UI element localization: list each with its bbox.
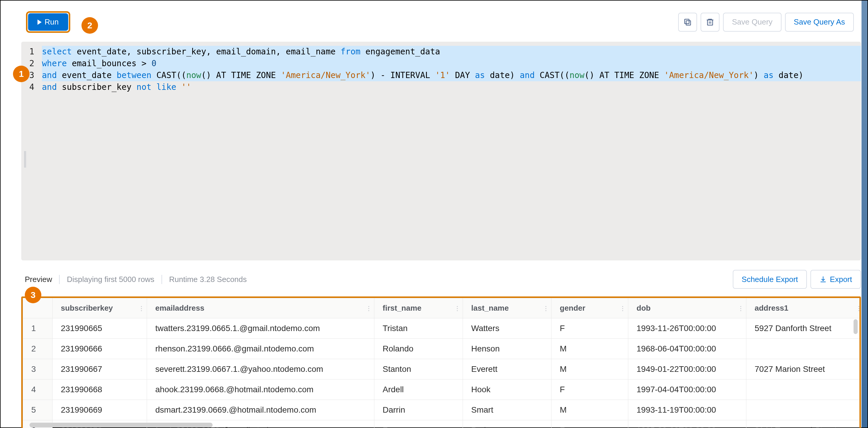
code-line[interactable]: and subscriber_key not like '' xyxy=(42,81,861,93)
cell-first_name: Fae xyxy=(374,420,463,428)
table-vertical-scrollbar[interactable] xyxy=(854,319,858,334)
cell-address1: 5927 Danforth Street xyxy=(746,318,861,339)
svg-rect-2 xyxy=(708,20,713,25)
cell-dob: 1997-04-04T00:00:00 xyxy=(628,379,746,400)
cell-gender: M xyxy=(552,400,628,420)
table-row[interactable]: 5231990669dsmart.23199.0669.@hotmail.nto… xyxy=(23,400,861,420)
cell-last_name: Henson xyxy=(463,339,552,359)
save-query-label: Save Query xyxy=(732,18,772,27)
callout-3: 3 xyxy=(25,287,41,303)
editor-toolbar: Run Save Query Save Query As xyxy=(9,1,861,42)
export-label: Export xyxy=(830,275,852,284)
run-button[interactable]: Run xyxy=(28,13,68,31)
column-resize-handle[interactable]: ⋮ xyxy=(543,305,548,312)
rownum-cell: 5 xyxy=(23,400,53,420)
editor-body[interactable]: select event_date, subscriber_key, email… xyxy=(21,42,861,93)
horizontal-scrollbar[interactable] xyxy=(30,423,213,427)
cell-subscriberkey: 231990668 xyxy=(53,379,147,400)
schedule-export-button[interactable]: Schedule Export xyxy=(733,270,807,289)
results-bar: Preview Displaying first 5000 rows Runti… xyxy=(9,260,861,296)
cell-dob: 1993-11-26T00:00:00 xyxy=(628,318,746,339)
cell-dob: 1949-01-22T00:00:00 xyxy=(628,359,746,379)
cell-emailaddress: severett.23199.0667.1.@yahoo.ntodemo.com xyxy=(147,359,374,379)
cell-gender: F xyxy=(552,420,628,428)
cell-last_name: Smart xyxy=(463,400,552,420)
code-line[interactable]: select event_date, subscriber_key, email… xyxy=(42,46,861,58)
column-resize-handle[interactable]: ⋮ xyxy=(856,305,861,312)
schedule-export-label: Schedule Export xyxy=(742,275,798,284)
svg-rect-0 xyxy=(686,21,690,25)
column-resize-handle[interactable]: ⋮ xyxy=(366,305,371,312)
table-row[interactable]: 3231990667severett.23199.0667.1.@yahoo.n… xyxy=(23,359,861,379)
cell-subscriberkey: 231990666 xyxy=(53,339,147,359)
column-header-first_name[interactable]: first_name⋮ xyxy=(374,298,463,318)
cell-subscriberkey: 231990665 xyxy=(53,318,147,339)
cell-subscriberkey: 231990667 xyxy=(53,359,147,379)
save-query-as-button[interactable]: Save Query As xyxy=(785,13,854,32)
cell-emailaddress: ahook.23199.0668.@hotmail.ntodemo.com xyxy=(147,379,374,400)
cell-address1: 2144 Townsend Street xyxy=(746,420,861,428)
cell-first_name: Stanton xyxy=(374,359,463,379)
sql-editor[interactable]: 1234 select event_date, subscriber_key, … xyxy=(21,42,861,260)
column-resize-handle[interactable]: ⋮ xyxy=(738,305,743,312)
cell-subscriberkey: 231990669 xyxy=(53,400,147,420)
runtime-label: Runtime 3.28 Seconds xyxy=(161,275,254,284)
play-icon xyxy=(37,20,42,25)
download-icon xyxy=(819,276,827,283)
cell-emailaddress: rhenson.23199.0666.@gmail.ntodemo.com xyxy=(147,339,374,359)
column-header-address1[interactable]: address1⋮ xyxy=(746,298,861,318)
cell-first_name: Darrin xyxy=(374,400,463,420)
rownum-cell: 2 xyxy=(23,339,53,359)
cell-address1: 7027 Marion Street xyxy=(746,359,861,379)
export-button[interactable]: Export xyxy=(810,270,861,289)
run-button-label: Run xyxy=(44,18,59,27)
column-header-emailaddress[interactable]: emailaddress⋮ xyxy=(147,298,374,318)
cell-address1 xyxy=(746,400,861,420)
delete-button[interactable] xyxy=(701,13,719,32)
save-query-button: Save Query xyxy=(723,13,781,32)
cell-last_name: Everett xyxy=(463,359,552,379)
cell-gender: M xyxy=(552,339,628,359)
column-header-subscriberkey[interactable]: subscriberkey⋮ xyxy=(53,298,147,318)
column-header-dob[interactable]: dob⋮ xyxy=(628,298,746,318)
cell-dob: 1968-06-04T00:00:00 xyxy=(628,339,746,359)
cell-address1 xyxy=(746,339,861,359)
cell-first_name: Rolando xyxy=(374,339,463,359)
cell-dob: 1995-09-09T00:00:00 xyxy=(628,420,746,428)
right-scrollbar-rail[interactable] xyxy=(862,1,867,427)
callout-2: 2 xyxy=(82,17,98,34)
column-resize-handle[interactable]: ⋮ xyxy=(138,305,144,312)
callout-1: 1 xyxy=(13,66,30,82)
results-table: subscriberkey⋮emailaddress⋮first_name⋮la… xyxy=(23,298,861,428)
cell-last_name: Park xyxy=(463,420,552,428)
cell-gender: M xyxy=(552,359,628,379)
rownum-cell: 4 xyxy=(23,379,53,400)
table-row[interactable]: 4231990668ahook.23199.0668.@hotmail.ntod… xyxy=(23,379,861,400)
rows-displayed-label: Displaying first 5000 rows xyxy=(60,275,161,284)
table-row[interactable]: 1231990665twatters.23199.0665.1.@gmail.n… xyxy=(23,318,861,339)
trash-icon xyxy=(706,18,714,27)
column-header-gender[interactable]: gender⋮ xyxy=(552,298,628,318)
cell-first_name: Ardell xyxy=(374,379,463,400)
cell-last_name: Watters xyxy=(463,318,552,339)
run-button-highlight: Run xyxy=(26,11,70,33)
cell-emailaddress: twatters.23199.0665.1.@gmail.ntodemo.com xyxy=(147,318,374,339)
column-header-last_name[interactable]: last_name⋮ xyxy=(463,298,552,318)
column-resize-handle[interactable]: ⋮ xyxy=(620,305,625,312)
table-row[interactable]: 2231990666rhenson.23199.0666.@gmail.ntod… xyxy=(23,339,861,359)
column-resize-handle[interactable]: ⋮ xyxy=(454,305,460,312)
cell-first_name: Tristan xyxy=(374,318,463,339)
cell-address1 xyxy=(746,379,861,400)
rownum-cell: 3 xyxy=(23,359,53,379)
line-number: 1 xyxy=(21,46,34,58)
code-line[interactable]: where email_bounces > 0 xyxy=(42,58,861,69)
code-line[interactable]: and event_date between CAST((now() AT TI… xyxy=(42,69,861,81)
preview-label: Preview xyxy=(25,275,60,284)
rownum-cell: 1 xyxy=(23,318,53,339)
cell-emailaddress: dsmart.23199.0669.@hotmail.ntodemo.com xyxy=(147,400,374,420)
copy-icon xyxy=(683,18,692,27)
results-table-highlight: subscriberkey⋮emailaddress⋮first_name⋮la… xyxy=(21,296,861,428)
cell-gender: F xyxy=(552,318,628,339)
svg-rect-1 xyxy=(685,19,689,24)
copy-button[interactable] xyxy=(678,13,697,32)
